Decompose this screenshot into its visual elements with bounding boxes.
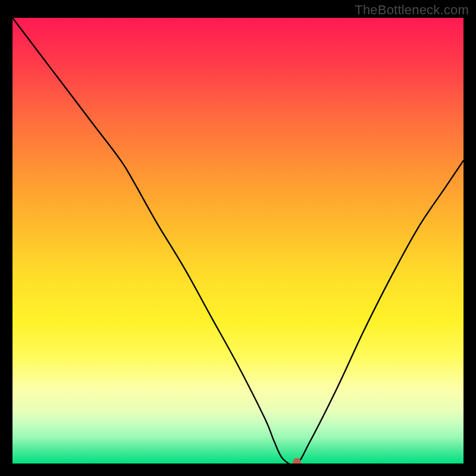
curve-path <box>12 18 464 464</box>
chart-frame: TheBottleneck.com <box>0 0 476 476</box>
watermark-label: TheBottleneck.com <box>355 2 469 18</box>
plot-area <box>12 18 464 464</box>
marker-dot <box>293 458 301 464</box>
bottleneck-curve <box>12 18 464 464</box>
